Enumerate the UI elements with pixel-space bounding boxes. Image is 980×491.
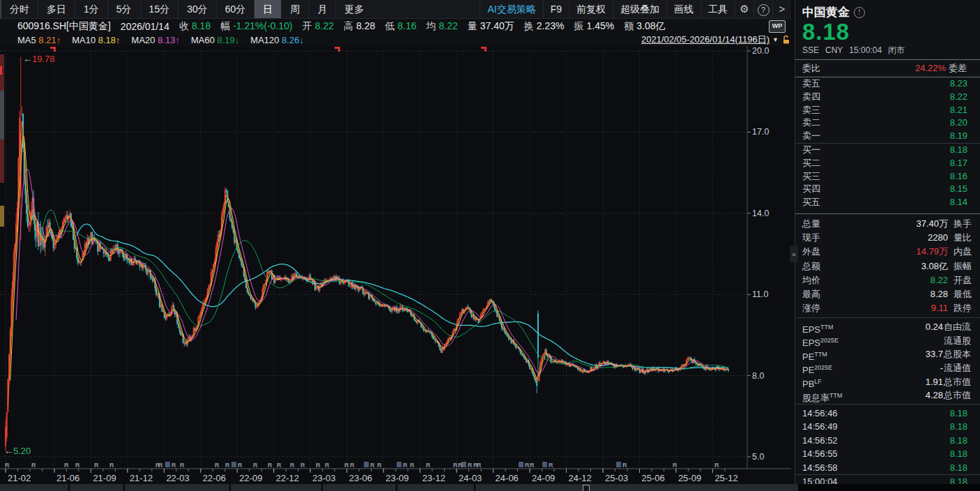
weibi-label: 委比 xyxy=(802,63,820,73)
unlock-icon[interactable] xyxy=(781,35,791,45)
bottom-tab-5[interactable] xyxy=(397,484,474,491)
toolbar-btn-前复权[interactable]: 前复权 xyxy=(569,0,613,18)
stat-value: 37.40万 xyxy=(916,217,948,231)
weibi-row: 委比24.22%委差 xyxy=(795,60,980,77)
tick-price: 8.18 xyxy=(950,461,967,475)
tick-time: 14:56:58 xyxy=(802,462,838,473)
ma-item-MA60: MA60 8.19↓ xyxy=(191,35,239,45)
tick-row: 14:56:498.18 xyxy=(795,420,980,434)
fund-label: PETTM xyxy=(802,352,827,362)
toolbar-btn-工具[interactable]: 工具 xyxy=(700,0,735,18)
tab-日[interactable]: 日 xyxy=(254,0,281,18)
dividend-r-marker: R xyxy=(316,462,321,469)
dividend-r-marker: R xyxy=(410,462,415,469)
ask-row[interactable]: 卖一8.19 xyxy=(795,130,980,143)
field-label: 均 xyxy=(427,20,436,31)
chevron-right-icon[interactable]: > xyxy=(772,0,791,18)
ma-label: MA20 xyxy=(132,35,158,45)
bid-row[interactable]: 买五8.14 xyxy=(795,196,980,209)
dividend-r-marker: R xyxy=(549,462,553,469)
field-label: 高 xyxy=(344,20,353,31)
fund-value: 4.28 xyxy=(926,388,943,402)
ask-row[interactable]: 卖二8.20 xyxy=(795,116,980,130)
stat-row-涨停: 涨停9.11跌停 xyxy=(795,301,980,315)
tab-60分[interactable]: 60分 xyxy=(216,0,254,18)
y-axis-label: 14.0 xyxy=(752,209,769,218)
tab-周[interactable]: 周 xyxy=(281,0,308,18)
field-value: 8.22 xyxy=(439,20,458,31)
small-box-icon[interactable] xyxy=(583,485,590,491)
bottom-tab-0[interactable] xyxy=(0,484,68,491)
tab-更多[interactable]: 更多 xyxy=(335,0,372,18)
field-label: 量 xyxy=(468,20,477,31)
bottom-tab-1[interactable] xyxy=(70,484,123,491)
ask-row[interactable]: 卖四8.22 xyxy=(795,91,980,104)
tab-15分[interactable]: 15分 xyxy=(140,0,178,18)
dividend-r-marker: R xyxy=(158,462,163,469)
ask-price: 8.23 xyxy=(950,77,967,91)
toolbar-btn-画线[interactable]: 画线 xyxy=(666,0,700,18)
bottom-tab-6[interactable] xyxy=(475,484,798,491)
dividend-r-marker: R xyxy=(673,462,677,469)
dividend-box-marker xyxy=(616,462,621,467)
price-chart-svg[interactable]: 20.017.014.011.08.05.021-0221-0621-0921-… xyxy=(0,46,791,484)
stat-label: 均价 xyxy=(802,275,820,285)
tab-30分[interactable]: 30分 xyxy=(178,0,216,18)
bottom-tab-3[interactable] xyxy=(231,484,321,491)
tab-分时[interactable]: 分时 xyxy=(1,0,38,18)
dividend-r-marker: R xyxy=(403,462,408,469)
fund-row-PE-2025E: PE2025E-流通值 xyxy=(795,361,980,375)
ma-value: 8.19↓ xyxy=(217,35,240,45)
fund-label2: 自由流 xyxy=(944,320,971,334)
fund-row-EPS-TTM: EPSTTM0.24自由流 xyxy=(795,320,980,334)
panel-collapse-handle[interactable]: » xyxy=(790,245,798,262)
stat-row-总量: 总量37.40万换手 xyxy=(795,217,980,231)
stat-label2: 振幅 xyxy=(954,259,972,273)
date-range-link[interactable]: 2021/02/05-2026/01/14(1196日) xyxy=(641,33,770,46)
bid-row[interactable]: 买一8.18 xyxy=(795,144,980,157)
stat-value: 14.79万 xyxy=(916,245,948,259)
info-icon[interactable]: ! xyxy=(854,7,865,18)
help-icon[interactable]: ? xyxy=(753,0,772,18)
stat-row-最高: 最高8.28最低 xyxy=(795,287,980,301)
bottom-tab-bar xyxy=(0,484,980,491)
tab-1分[interactable]: 1分 xyxy=(75,0,107,18)
dividend-r-marker: R xyxy=(268,462,273,469)
period-toolbar: 分时多日1分5分15分30分60分日周月更多 AI交易策略F9前复权超级叠加画线… xyxy=(0,0,791,19)
x-axis-label: 24-03 xyxy=(459,473,482,483)
dividend-r-marker: R xyxy=(253,462,258,469)
candlestick-chart-area[interactable]: 20.017.014.011.08.05.021-0221-0621-0921-… xyxy=(0,46,791,484)
tab-月[interactable]: 月 xyxy=(308,0,335,18)
wp-window-icon[interactable]: WP xyxy=(769,20,786,33)
tab-多日[interactable]: 多日 xyxy=(38,0,75,18)
x-axis-label: 25-03 xyxy=(605,473,628,483)
dividend-r-marker: R xyxy=(468,462,473,469)
tab-5分[interactable]: 5分 xyxy=(107,0,140,18)
toolbar-btn-F9[interactable]: F9 xyxy=(543,0,569,18)
stock-name: 中国黄金 xyxy=(802,4,850,20)
bottom-tab-4[interactable] xyxy=(323,484,396,491)
ma-line-MA10 xyxy=(10,134,728,380)
stock-code-name: 600916.SH[中国黄金] xyxy=(17,20,111,33)
fund-label2: 总市值 xyxy=(944,375,971,389)
toolbar-btn-超级叠加[interactable]: 超级叠加 xyxy=(613,0,666,18)
ask-label: 卖五 xyxy=(802,78,820,89)
ask-row[interactable]: 卖五8.23 xyxy=(795,77,980,91)
range-dropdown-caret[interactable]: ▼ xyxy=(772,36,779,43)
stat-row-均价: 均价8.22开盘 xyxy=(795,273,980,287)
market-status-row: SSECNY15:00:04闭市 xyxy=(802,45,973,59)
fund-label2: 流通值 xyxy=(944,361,971,375)
bid-row[interactable]: 买四8.15 xyxy=(795,183,980,196)
dividend-r-marker: R xyxy=(238,462,243,469)
fund-label: PE2025E xyxy=(802,365,832,375)
toolbar-btn-AI交易策略[interactable]: AI交易策略 xyxy=(480,0,542,18)
bid-row[interactable]: 买二8.17 xyxy=(795,157,980,170)
ma-item-MA20: MA20 8.13↑ xyxy=(132,35,180,45)
bottom-tab-2[interactable] xyxy=(125,484,229,491)
bid-row[interactable]: 买三8.16 xyxy=(795,170,980,183)
gear-icon[interactable]: ⚙ xyxy=(735,0,753,18)
ask-row[interactable]: 卖三8.21 xyxy=(795,104,980,117)
x-axis-label: 22-03 xyxy=(166,473,189,483)
x-axis-label: 22-12 xyxy=(276,473,299,483)
tick-row: 14:56:468.18 xyxy=(795,407,980,421)
